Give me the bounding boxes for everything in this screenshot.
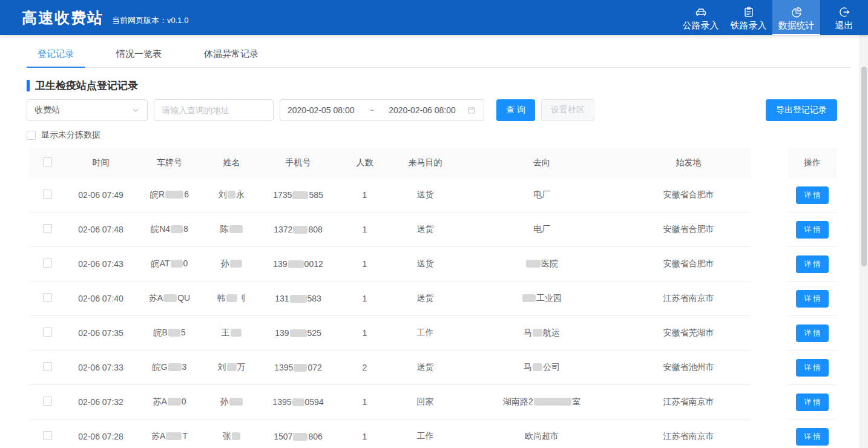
actions-body: 详 情详 情详 情详 情详 情详 情详 情详 情 xyxy=(788,178,837,448)
cell-name: 刘万 xyxy=(203,362,260,373)
cell-destination: 电厂 xyxy=(457,224,626,235)
col-header-phone: 手机号 xyxy=(260,157,336,168)
cell-name: 孙 xyxy=(203,397,260,407)
redacted-text xyxy=(292,398,304,406)
cell-people-count: 1 xyxy=(336,259,393,269)
tab-registration-records[interactable]: 登记记录 xyxy=(27,48,85,67)
col-header-time: 时间 xyxy=(65,157,136,168)
cell-origin: 江苏省南京市 xyxy=(626,293,751,304)
date-from-value: 2020-02-05 08:00 xyxy=(288,105,355,115)
redacted-text xyxy=(226,294,237,302)
date-range-separator: ~ xyxy=(369,105,374,115)
cell-purpose: 送货 xyxy=(393,362,457,373)
cell-origin: 安徽省池州市 xyxy=(626,362,751,373)
redacted-text xyxy=(522,294,536,302)
nav-item-data-statistics[interactable]: 数据统计 xyxy=(772,0,820,35)
detail-button[interactable]: 详 情 xyxy=(796,428,828,446)
detail-button[interactable]: 详 情 xyxy=(796,324,828,342)
cell-time: 02-06 07:28 xyxy=(65,432,136,441)
redacted-text xyxy=(533,363,542,371)
tab-bar: 登记记录 情况一览表 体温异常记录 xyxy=(27,35,851,68)
page-scrollbar[interactable] xyxy=(860,35,868,448)
page: 高速收费站 当前网页版本：v0.1.0 公路录入 xyxy=(0,0,868,448)
scrollbar-thumb[interactable] xyxy=(861,67,867,266)
row-checkbox[interactable] xyxy=(43,397,52,406)
cell-purpose: 工作 xyxy=(393,328,457,338)
cell-purpose: 送货 xyxy=(393,259,457,269)
cell-phone: 13950594 xyxy=(260,397,336,407)
cell-phone: 1735585 xyxy=(260,190,336,200)
show-unsorted-checkbox[interactable] xyxy=(27,131,36,140)
table-row-actions: 详 情 xyxy=(788,420,837,448)
cell-people-count: 1 xyxy=(336,397,393,407)
col-header-origin: 始发地 xyxy=(626,157,751,168)
cell-purpose: 送货 xyxy=(393,189,457,200)
detail-button[interactable]: 详 情 xyxy=(796,359,828,377)
cell-plate: 皖R6 xyxy=(136,189,203,200)
cell-people-count: 1 xyxy=(336,190,393,200)
nav-label: 数据统计 xyxy=(778,21,815,30)
row-checkbox[interactable] xyxy=(43,189,52,199)
redacted-text xyxy=(533,329,542,337)
cell-time: 02-06 07:49 xyxy=(65,190,136,200)
select-all-checkbox[interactable] xyxy=(43,157,52,166)
date-range-picker[interactable]: 2020-02-05 08:00 ~ 2020-02-06 08:00 xyxy=(280,99,484,121)
nav-item-railway-entry[interactable]: 铁路录入 xyxy=(725,0,772,35)
cell-name: 韩刂 xyxy=(203,293,260,304)
station-select[interactable]: 收费站 xyxy=(27,99,148,121)
redacted-text xyxy=(534,398,571,406)
cell-plate: 皖N48 xyxy=(136,224,203,235)
table-row: 02-06 07:35皖B5王1395251工作马航运安徽省芜湖市 xyxy=(29,316,751,351)
nav-item-logout[interactable]: 退出 xyxy=(820,0,868,35)
cell-time: 02-06 07:40 xyxy=(65,294,136,303)
detail-button[interactable]: 详 情 xyxy=(796,186,828,204)
redacted-text xyxy=(232,432,240,440)
detail-button[interactable]: 详 情 xyxy=(796,255,828,273)
export-records-button[interactable]: 导出登记记录 xyxy=(766,99,837,121)
search-button[interactable]: 查 询 xyxy=(496,99,535,121)
set-community-button[interactable]: 设置社区 xyxy=(541,99,594,121)
actions-column: 操作 详 情详 情详 情详 情详 情详 情详 情详 情 xyxy=(788,148,837,448)
cell-origin: 安徽省合肥市 xyxy=(626,259,751,269)
redacted-text xyxy=(228,191,235,199)
cell-name: 孙 xyxy=(203,259,260,269)
row-checkbox[interactable] xyxy=(43,362,52,371)
nav-item-highway-entry[interactable]: 公路录入 xyxy=(677,0,725,35)
tab-situation-overview[interactable]: 情况一览表 xyxy=(105,48,173,67)
table-row-actions: 详 情 xyxy=(788,212,837,247)
row-checkbox[interactable] xyxy=(43,259,52,268)
redacted-text xyxy=(288,260,304,268)
tab-abnormal-temperature-records[interactable]: 体温异常记录 xyxy=(193,48,269,67)
redacted-text xyxy=(168,329,180,337)
row-checkbox[interactable] xyxy=(43,224,52,233)
chevron-down-icon xyxy=(131,106,140,114)
redacted-text xyxy=(293,226,307,234)
table-row: 02-06 07:48皖N48陈13728081送货电厂安徽省合肥市 xyxy=(29,212,751,247)
address-input[interactable] xyxy=(154,99,274,121)
detail-button[interactable]: 详 情 xyxy=(796,394,828,411)
tab-label: 情况一览表 xyxy=(116,48,162,59)
table-row-actions: 详 情 xyxy=(788,247,837,282)
redacted-text xyxy=(290,295,307,303)
row-checkbox[interactable] xyxy=(43,293,52,302)
filter-bar: 收费站 2020-02-05 08:00 ~ 2020-02-06 08:00 … xyxy=(27,99,851,121)
cell-origin: 江苏省南京市 xyxy=(626,431,751,442)
redacted-text xyxy=(290,329,307,337)
row-checkbox[interactable] xyxy=(43,328,52,337)
detail-button[interactable]: 详 情 xyxy=(796,221,828,239)
detail-button[interactable]: 详 情 xyxy=(796,290,828,308)
cell-purpose: 回家 xyxy=(393,397,457,407)
main-content: 登记记录 情况一览表 体温异常记录 卫生检疫站点登记记录 收费站 2020-02… xyxy=(0,35,868,448)
cell-people-count: 2 xyxy=(336,363,393,372)
table-row: 02-06 07:43皖AT0孙13900121送货医院安徽省合肥市 xyxy=(29,247,751,282)
app-title: 高速收费站 xyxy=(22,8,104,28)
col-header-people-count: 人数 xyxy=(336,157,393,168)
row-checkbox[interactable] xyxy=(43,431,52,440)
show-unsorted-row: 显示未分拣数据 xyxy=(27,130,851,140)
date-to-value: 2020-02-06 08:00 xyxy=(389,105,456,115)
section-title: 卫生检疫站点登记记录 xyxy=(35,79,138,93)
redacted-text xyxy=(231,329,242,337)
redacted-text xyxy=(166,432,182,440)
table-row-actions: 详 情 xyxy=(788,282,837,316)
app-version: 当前网页版本：v0.1.0 xyxy=(112,15,188,26)
